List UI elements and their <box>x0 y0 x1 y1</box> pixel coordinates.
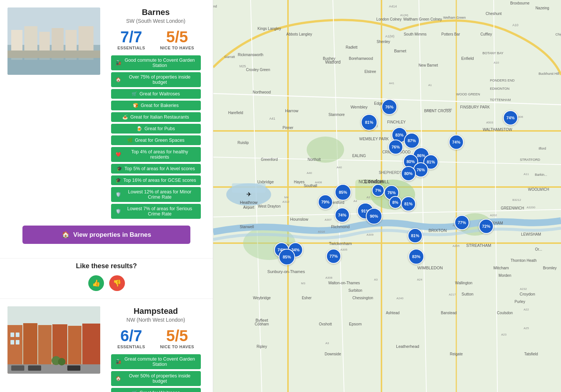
bubble-74-mid[interactable]: 74% <box>449 135 464 150</box>
barnes-image <box>7 7 100 75</box>
barnes-info: Barnes SW (South West London) 7/7 ESSENT… <box>106 7 205 219</box>
leaf-icon: 🌿 <box>127 138 133 143</box>
bubble-81-s[interactable]: 81% <box>401 196 416 211</box>
bubble-76-finchley[interactable]: 76% <box>381 99 397 115</box>
like-buttons: 👍 👎 <box>7 275 205 291</box>
bubble-90[interactable]: 90% <box>366 208 382 224</box>
hampstead-subtitle: NW (North West London) <box>106 317 205 323</box>
svg-rect-8 <box>7 56 100 75</box>
barnes-essentials-block: 7/7 ESSENTIALS <box>117 29 145 50</box>
badge-waitrose: 🛒 Great for Waitroses <box>111 89 201 99</box>
map-panel[interactable]: London Watford Barnet Enfield Harrow Wem… <box>213 0 561 392</box>
badge-gcse: 🎓 Top 16% of areas for GCSE scores <box>111 175 201 185</box>
badge-budget: 🏠 Over 75% of properties inside budget <box>111 72 201 87</box>
hampstead-essentials-block: 6/7 ESSENTIALS <box>117 328 145 349</box>
hampstead-image <box>7 306 100 374</box>
badge-pubs: 🍺 Great for Pubs <box>111 124 201 134</box>
badge-serious-crime: 🛡️ Lowest 7% of areas for Serious Crime … <box>111 204 201 219</box>
home2-icon: 🏠 <box>116 376 121 381</box>
like-section: Like these results? 👍 👎 <box>0 258 213 299</box>
cart2-icon: 🛒 <box>132 390 137 392</box>
svg-rect-18 <box>10 333 14 337</box>
barnes-essentials-score: 7/7 <box>117 29 145 45</box>
thumbs-down-button[interactable]: 👎 <box>109 275 125 291</box>
like-title: Like these results? <box>7 262 205 270</box>
hampstead-nice-block: 5/5 NICE TO HAVES <box>160 328 194 349</box>
barnes-subtitle: SW (South West London) <box>106 18 205 24</box>
barnes-badges: 🚂 Good commute to Covent Garden Station … <box>106 55 205 219</box>
svg-rect-19 <box>16 333 19 337</box>
badge-bakeries: 🍞 Great for Bakeries <box>111 101 201 110</box>
hampstead-card: Hampstead NW (North West London) 6/7 ESS… <box>0 299 213 392</box>
bubble-7[interactable]: 7% <box>372 184 384 197</box>
svg-rect-9 <box>7 50 100 58</box>
badge-green: 🌿 Great for Green Spaces <box>111 135 201 145</box>
bubble-76-mid[interactable]: 76% <box>388 140 403 154</box>
grad2-icon: 🎓 <box>116 178 121 183</box>
bubble-74-sw[interactable]: 74% <box>335 208 350 223</box>
svg-rect-24 <box>28 365 41 371</box>
hampstead-scores: 6/7 ESSENTIALS 5/5 NICE TO HAVES <box>106 328 205 349</box>
badge-minor-crime: 🛡️ Lowest 12% of areas for Minor Crime R… <box>111 187 201 202</box>
shield-icon: 🛡️ <box>116 192 121 197</box>
barnes-scores: 7/7 ESSENTIALS 5/5 NICE TO HAVES <box>106 29 205 50</box>
bubble-72[interactable]: 72% <box>479 219 494 234</box>
badge-alevel: 🎓 Top 5% of areas for A level scores <box>111 164 201 174</box>
svg-rect-20 <box>10 340 14 344</box>
bubble-77[interactable]: 77% <box>454 215 469 230</box>
hampstead-badge-waitrose: 🛒 Great for Waitroses <box>111 388 201 392</box>
beer-icon: 🍺 <box>137 126 142 131</box>
pasta-icon: 🍝 <box>122 114 128 120</box>
svg-point-27 <box>58 358 65 365</box>
barnes-nice-block: 5/5 NICE TO HAVES <box>160 29 194 50</box>
hampstead-nice-score: 5/5 <box>160 328 194 344</box>
hampstead-nice-label: NICE TO HAVES <box>160 344 194 349</box>
barnes-name: Barnes <box>106 7 205 17</box>
bubble-81[interactable]: 81% <box>361 114 377 131</box>
badge-italian: 🍝 Great for Italian Restaurants <box>111 112 201 122</box>
home-icon: 🏠 <box>116 77 121 82</box>
svg-rect-25 <box>67 365 80 371</box>
bubble-81-sw[interactable]: 81% <box>408 228 423 243</box>
map-bubbles-container: 76% 81% 74% 83% 87% 76% 74% 86% 80% 81% … <box>213 0 561 392</box>
bubble-80-lower[interactable]: 80% <box>401 166 416 181</box>
svg-rect-21 <box>16 340 19 344</box>
bubble-83-s[interactable]: 83% <box>408 249 424 264</box>
view-properties-barnes-button[interactable]: 🏠 View properties in Barnes <box>22 226 191 244</box>
train2-icon: 🚂 <box>116 359 121 364</box>
hampstead-badges: 🚂 Great commute to Covent Garden Station… <box>106 354 205 392</box>
hampstead-badge-commute: 🚂 Great commute to Covent Garden Station <box>111 354 201 369</box>
hampstead-essentials-score: 6/7 <box>117 328 145 344</box>
shield2-icon: 🛡️ <box>116 209 121 214</box>
hampstead-info: Hampstead NW (North West London) 6/7 ESS… <box>106 306 205 392</box>
bubble-74-east[interactable]: 74% <box>503 110 518 125</box>
barnes-card: Barnes SW (South West London) 7/7 ESSENT… <box>0 0 213 258</box>
cart-icon: 🛒 <box>132 91 137 97</box>
badge-commute: 🚂 Good commute to Covent Garden Station <box>111 55 201 70</box>
hampstead-name: Hampstead <box>106 306 205 316</box>
bubble-85[interactable]: 85% <box>335 184 351 200</box>
bubble-77-s[interactable]: 77% <box>326 249 341 264</box>
bread-icon: 🍞 <box>133 103 138 108</box>
grad-icon: 🎓 <box>117 166 122 171</box>
svg-rect-23 <box>11 365 24 371</box>
bubble-79[interactable]: 79% <box>318 195 333 209</box>
barnes-nice-label: NICE TO HAVES <box>160 46 194 50</box>
bubble-85-s[interactable]: 85% <box>279 249 295 265</box>
left-panel: Barnes SW (South West London) 7/7 ESSENT… <box>0 0 213 392</box>
hampstead-badge-budget: 🏠 Over 50% of properties inside budget <box>111 371 201 386</box>
home-btn-icon: 🏠 <box>62 231 70 239</box>
hampstead-essentials-label: ESSENTIALS <box>117 344 145 349</box>
bubble-87[interactable]: 87% <box>404 133 420 148</box>
heart-icon: ❤️ <box>116 152 121 157</box>
barnes-essentials-label: ESSENTIALS <box>117 46 145 50</box>
bubble-8[interactable]: 8% <box>389 196 402 209</box>
badge-healthy: ❤️ Top 4% of areas for healthy residents <box>111 147 201 162</box>
barnes-nice-score: 5/5 <box>160 29 194 45</box>
thumbs-up-button[interactable]: 👍 <box>88 275 104 291</box>
train-icon: 🚂 <box>116 60 121 65</box>
